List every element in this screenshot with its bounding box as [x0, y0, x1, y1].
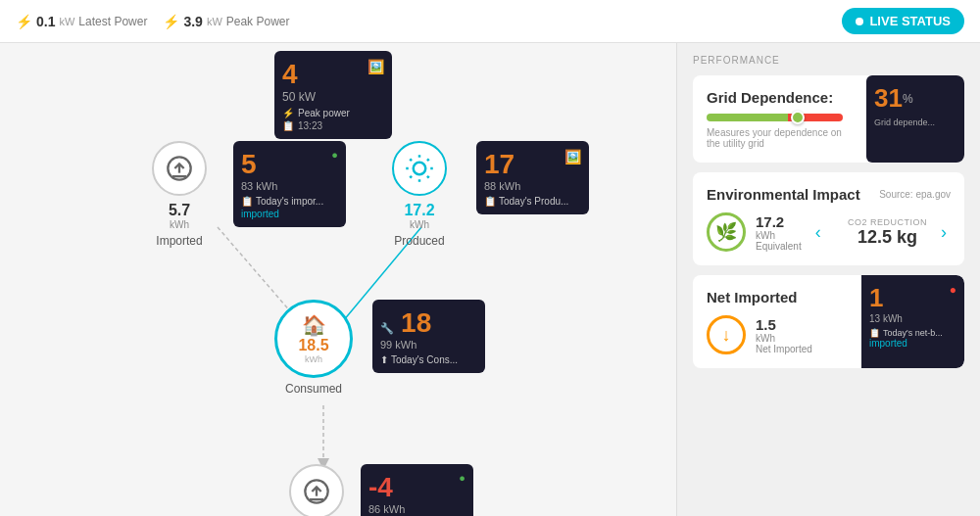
svg-line-8 — [427, 176, 429, 178]
live-status-button[interactable]: LIVE STATUS — [842, 8, 964, 34]
produced-card: 17 🖼️ 88 kWh 📋 Today's Produ... — [476, 141, 589, 214]
performance-label: PERFORMANCE — [693, 55, 964, 66]
env-equiv-label: Equivalent — [756, 241, 802, 252]
exported-circle — [289, 464, 344, 516]
peak-power-value: 3.9 — [183, 14, 202, 29]
imported-card: 5 ● 83 kWh 📋 Today's impor... imported — [233, 141, 346, 227]
net-mini-label: Today's net-b... — [883, 328, 943, 338]
net-body: ↓ 1.5 kWh Net Imported 1 ● 13 kWh — [707, 315, 951, 354]
svg-line-12 — [427, 159, 429, 161]
imported-value: 5.7 — [169, 202, 190, 219]
live-dot — [856, 18, 863, 25]
grid-dep-title: Grid Dependence: — [707, 89, 833, 106]
net-mini-sub: 13 kWh — [869, 313, 956, 324]
exported-card: -4 ● 86 kWh 📋 Today's expor... exported — [361, 464, 473, 516]
latest-power-label: Latest Power — [78, 15, 147, 28]
env-value: 17.2 — [756, 213, 802, 230]
consumed-card-sub: 99 kWh — [380, 339, 477, 351]
peak-power-unit: kW — [207, 16, 222, 27]
env-body: 🌿 17.2 kWh Equivalent ‹ CO2 REDUCTION 12… — [707, 212, 951, 252]
flow-panel: 4 🖼️ 50 kW ⚡ Peak power 📋 13:23 — [0, 43, 676, 516]
net-value: 1.5 — [756, 316, 812, 333]
exported-card-sub: 86 kWh — [368, 503, 466, 515]
bolt-icon-1: ⚡ — [16, 14, 32, 29]
consumed-value: 18.5 — [298, 337, 328, 354]
peak-card-unit: 50 kW — [282, 90, 384, 104]
net-mini-sublabel: imported — [869, 338, 956, 349]
peak-power-label: Peak Power — [226, 15, 290, 28]
co2-block: CO2 REDUCTION 12.5 kg — [848, 217, 927, 248]
co2-label: CO2 REDUCTION — [848, 217, 927, 227]
consumed-card-label: Today's Cons... — [391, 354, 458, 365]
net-label: Net Imported — [756, 344, 812, 354]
env-prev-button[interactable]: ‹ — [811, 222, 825, 243]
peak-card-label: Peak power — [298, 108, 350, 118]
produced-label: Produced — [394, 234, 444, 248]
produced-node: 17.2 kWh Produced — [392, 141, 447, 248]
grid-mini-val: 31 — [874, 83, 903, 113]
latest-power-stat: ⚡ 0.1 kW Latest Power — [16, 14, 147, 29]
progress-thumb — [791, 111, 805, 124]
env-unit: kWh — [756, 230, 802, 241]
progress-bar — [707, 114, 843, 121]
top-bar: ⚡ 0.1 kW Latest Power ⚡ 3.9 kW Peak Powe… — [0, 0, 980, 43]
live-status-label: LIVE STATUS — [869, 14, 951, 28]
env-next-button[interactable]: › — [937, 222, 951, 243]
exported-card-num: -4 — [368, 472, 393, 503]
imported-card-num: 5 — [241, 149, 257, 180]
imported-card-sub: 83 kWh — [241, 180, 338, 192]
bolt-icon-2: ⚡ — [163, 14, 179, 29]
latest-power-value: 0.1 — [36, 14, 55, 29]
consumed-card-num: 18 — [401, 307, 431, 338]
imported-card-sublabel: imported — [241, 209, 338, 219]
svg-point-4 — [414, 163, 426, 175]
produced-card-num: 17 — [484, 149, 514, 180]
peak-power-stat: ⚡ 3.9 kW Peak Power — [163, 14, 289, 29]
env-header: Environmental Impact Source: epa.gov — [707, 186, 951, 203]
grid-dep-mini-card: 31% Grid depende... — [866, 75, 964, 163]
env-values: 17.2 kWh Equivalent — [756, 213, 802, 252]
produced-unit: kWh — [410, 219, 429, 230]
net-values: 1.5 kWh Net Imported — [756, 316, 812, 354]
consumed-unit: kWh — [305, 354, 322, 364]
net-mini-card: 1 ● 13 kWh 📋 Today's net-b... imported — [861, 275, 964, 368]
produced-circle — [392, 141, 447, 196]
peak-card-num: 4 — [282, 59, 298, 90]
imported-label: Imported — [156, 234, 202, 248]
net-circle: ↓ — [707, 315, 746, 354]
grid-dependence-card: Grid Dependence: 31% Measures your depen… — [693, 75, 964, 163]
grid-mini-label: Grid depende... — [874, 117, 956, 127]
imported-unit: kWh — [170, 219, 189, 230]
performance-section: PERFORMANCE Grid Dependence: 31% Measure… — [677, 43, 980, 390]
env-circle: 🌿 — [707, 212, 746, 252]
produced-value: 17.2 — [404, 202, 434, 219]
latest-power-unit: kW — [59, 16, 74, 27]
imported-circle — [152, 141, 207, 196]
exported-node: 4.3 kWh Exported — [289, 464, 344, 516]
consumed-node: 🏠 18.5 kWh Consumed — [274, 300, 353, 396]
env-title: Environmental Impact — [707, 186, 860, 203]
peak-card-time: 13:23 — [298, 120, 322, 131]
grid-desc: Measures your dependence on the utility … — [707, 127, 843, 149]
environmental-card: Environmental Impact Source: epa.gov 🌿 1… — [693, 172, 964, 265]
svg-line-11 — [410, 176, 412, 178]
svg-line-7 — [410, 159, 412, 161]
produced-card-label: Today's Produ... — [499, 196, 568, 207]
co2-value: 12.5 kg — [848, 227, 927, 248]
net-unit: kWh — [756, 333, 812, 344]
net-imported-card: Net Imported ↓ 1.5 kWh Net Imported 1 ● — [693, 275, 964, 368]
right-panel: PERFORMANCE Grid Dependence: 31% Measure… — [676, 43, 980, 516]
imported-node: 5.7 kWh Imported — [152, 141, 207, 248]
main-content: 4 🖼️ 50 kW ⚡ Peak power 📋 13:23 — [0, 43, 980, 516]
consumed-circle: 🏠 18.5 kWh — [274, 300, 353, 378]
net-mini-val: 1 — [869, 283, 883, 313]
imported-card-label: Today's impor... — [256, 196, 323, 207]
consumed-card: 🔧 18 99 kWh ⬆ Today's Cons... — [372, 300, 485, 373]
consumed-label: Consumed — [285, 382, 342, 396]
peak-card: 4 🖼️ 50 kW ⚡ Peak power 📋 13:23 — [274, 51, 392, 139]
produced-card-sub: 88 kWh — [484, 180, 581, 192]
env-source: Source: epa.gov — [879, 189, 951, 200]
